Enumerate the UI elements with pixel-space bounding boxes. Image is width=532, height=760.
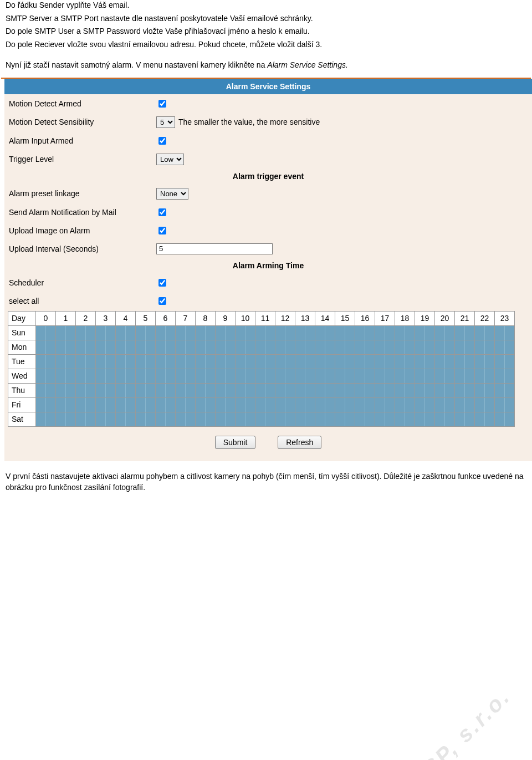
schedule-slot[interactable] xyxy=(236,340,255,354)
schedule-slot[interactable] xyxy=(56,340,76,354)
schedule-slot[interactable] xyxy=(56,354,76,369)
schedule-slot[interactable] xyxy=(335,369,355,383)
schedule-slot[interactable] xyxy=(375,340,395,354)
schedule-slot[interactable] xyxy=(196,369,216,383)
schedule-slot[interactable] xyxy=(176,369,196,383)
schedule-slot[interactable] xyxy=(255,369,275,383)
schedule-slot[interactable] xyxy=(395,397,415,412)
schedule-slot[interactable] xyxy=(275,369,295,383)
schedule-slot[interactable] xyxy=(236,354,255,369)
submit-button[interactable]: Submit xyxy=(215,436,256,449)
schedule-slot[interactable] xyxy=(156,325,176,340)
schedule-slot[interactable] xyxy=(36,354,56,369)
schedule-slot[interactable] xyxy=(475,369,495,383)
schedule-slot[interactable] xyxy=(315,369,335,383)
schedule-slot[interactable] xyxy=(216,340,236,354)
schedule-slot[interactable] xyxy=(176,354,196,369)
schedule-slot[interactable] xyxy=(475,340,495,354)
schedule-slot[interactable] xyxy=(395,383,415,397)
schedule-slot[interactable] xyxy=(116,369,136,383)
schedule-slot[interactable] xyxy=(455,354,475,369)
schedule-slot[interactable] xyxy=(96,340,116,354)
schedule-slot[interactable] xyxy=(255,340,275,354)
select-sensibility[interactable]: 5 xyxy=(156,116,175,128)
schedule-slot[interactable] xyxy=(176,383,196,397)
schedule-slot[interactable] xyxy=(76,383,96,397)
schedule-slot[interactable] xyxy=(136,340,156,354)
schedule-slot[interactable] xyxy=(375,412,395,426)
schedule-slot[interactable] xyxy=(335,354,355,369)
schedule-slot[interactable] xyxy=(415,397,435,412)
schedule-slot[interactable] xyxy=(176,412,196,426)
schedule-slot[interactable] xyxy=(56,325,76,340)
checkbox-upload-image[interactable] xyxy=(158,227,166,234)
schedule-slot[interactable] xyxy=(116,354,136,369)
schedule-slot[interactable] xyxy=(275,354,295,369)
schedule-slot[interactable] xyxy=(196,354,216,369)
schedule-slot[interactable] xyxy=(216,383,236,397)
schedule-slot[interactable] xyxy=(295,369,315,383)
schedule-slot[interactable] xyxy=(275,383,295,397)
schedule-slot[interactable] xyxy=(435,397,455,412)
schedule-slot[interactable] xyxy=(395,354,415,369)
schedule-slot[interactable] xyxy=(415,325,435,340)
schedule-slot[interactable] xyxy=(435,354,455,369)
schedule-slot[interactable] xyxy=(96,397,116,412)
checkbox-scheduler[interactable] xyxy=(158,279,166,287)
select-trigger-level[interactable]: Low xyxy=(156,154,184,165)
schedule-slot[interactable] xyxy=(315,325,335,340)
schedule-slot[interactable] xyxy=(315,340,335,354)
schedule-slot[interactable] xyxy=(76,369,96,383)
schedule-slot[interactable] xyxy=(475,383,495,397)
schedule-slot[interactable] xyxy=(375,354,395,369)
schedule-slot[interactable] xyxy=(415,412,435,426)
schedule-slot[interactable] xyxy=(156,397,176,412)
schedule-slot[interactable] xyxy=(76,397,96,412)
schedule-slot[interactable] xyxy=(196,412,216,426)
schedule-slot[interactable] xyxy=(196,340,216,354)
schedule-slot[interactable] xyxy=(275,340,295,354)
schedule-slot[interactable] xyxy=(455,397,475,412)
schedule-slot[interactable] xyxy=(295,397,315,412)
schedule-slot[interactable] xyxy=(255,325,275,340)
schedule-slot[interactable] xyxy=(335,383,355,397)
schedule-slot[interactable] xyxy=(236,383,255,397)
schedule-slot[interactable] xyxy=(375,369,395,383)
schedule-slot[interactable] xyxy=(275,412,295,426)
schedule-slot[interactable] xyxy=(136,383,156,397)
schedule-slot[interactable] xyxy=(495,383,515,397)
schedule-slot[interactable] xyxy=(176,340,196,354)
checkbox-send-alarm-mail[interactable] xyxy=(158,208,166,216)
schedule-slot[interactable] xyxy=(355,354,375,369)
schedule-slot[interactable] xyxy=(76,340,96,354)
schedule-slot[interactable] xyxy=(315,412,335,426)
schedule-slot[interactable] xyxy=(455,325,475,340)
schedule-slot[interactable] xyxy=(495,340,515,354)
schedule-slot[interactable] xyxy=(275,397,295,412)
schedule-slot[interactable] xyxy=(56,412,76,426)
schedule-slot[interactable] xyxy=(415,354,435,369)
schedule-slot[interactable] xyxy=(116,383,136,397)
schedule-slot[interactable] xyxy=(76,412,96,426)
schedule-slot[interactable] xyxy=(56,397,76,412)
schedule-slot[interactable] xyxy=(96,383,116,397)
schedule-slot[interactable] xyxy=(355,383,375,397)
schedule-slot[interactable] xyxy=(156,369,176,383)
schedule-slot[interactable] xyxy=(156,383,176,397)
schedule-slot[interactable] xyxy=(335,397,355,412)
schedule-slot[interactable] xyxy=(216,354,236,369)
schedule-slot[interactable] xyxy=(415,340,435,354)
schedule-slot[interactable] xyxy=(255,354,275,369)
schedule-slot[interactable] xyxy=(136,325,156,340)
schedule-slot[interactable] xyxy=(295,325,315,340)
schedule-slot[interactable] xyxy=(495,354,515,369)
input-upload-interval[interactable] xyxy=(156,243,273,254)
schedule-slot[interactable] xyxy=(355,397,375,412)
schedule-slot[interactable] xyxy=(335,340,355,354)
schedule-slot[interactable] xyxy=(216,369,236,383)
schedule-slot[interactable] xyxy=(395,340,415,354)
schedule-slot[interactable] xyxy=(196,383,216,397)
schedule-slot[interactable] xyxy=(455,412,475,426)
schedule-slot[interactable] xyxy=(295,412,315,426)
schedule-slot[interactable] xyxy=(315,383,335,397)
